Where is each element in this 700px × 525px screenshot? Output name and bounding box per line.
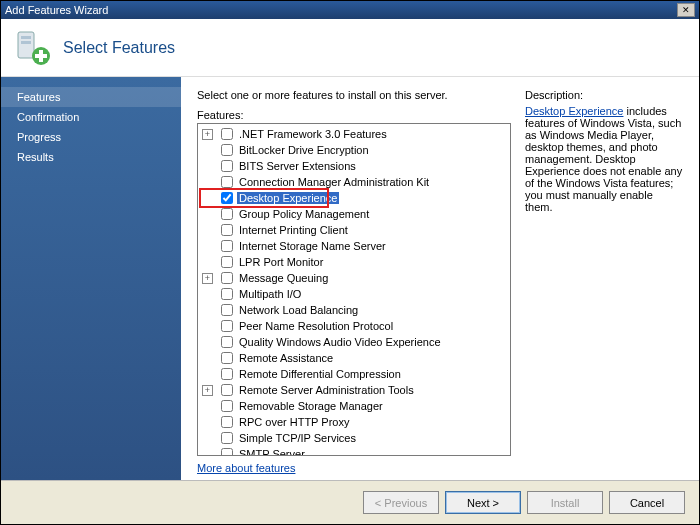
feature-row[interactable]: Desktop Experience [200, 190, 508, 206]
instruction-text: Select one or more features to install o… [197, 89, 511, 101]
feature-checkbox[interactable] [221, 384, 233, 396]
feature-label[interactable]: Network Load Balancing [237, 304, 360, 316]
feature-row[interactable]: Internet Storage Name Server [200, 238, 508, 254]
feature-row[interactable]: +.NET Framework 3.0 Features [200, 126, 508, 142]
feature-checkbox[interactable] [221, 256, 233, 268]
svg-rect-1 [21, 36, 31, 39]
features-label: Features: [197, 109, 511, 121]
feature-label[interactable]: Remote Server Administration Tools [237, 384, 416, 396]
more-about-features-link[interactable]: More about features [197, 462, 295, 474]
feature-row[interactable]: Group Policy Management [200, 206, 508, 222]
feature-checkbox[interactable] [221, 352, 233, 364]
feature-label[interactable]: Desktop Experience [237, 192, 339, 204]
feature-checkbox[interactable] [221, 400, 233, 412]
feature-label[interactable]: Connection Manager Administration Kit [237, 176, 431, 188]
expand-icon[interactable]: + [202, 273, 213, 284]
feature-row[interactable]: BITS Server Extensions [200, 158, 508, 174]
feature-row[interactable]: Peer Name Resolution Protocol [200, 318, 508, 334]
feature-label[interactable]: Removable Storage Manager [237, 400, 385, 412]
feature-label[interactable]: RPC over HTTP Proxy [237, 416, 351, 428]
feature-label[interactable]: Internet Printing Client [237, 224, 350, 236]
description-label: Description: [525, 89, 683, 101]
feature-row[interactable]: Connection Manager Administration Kit [200, 174, 508, 190]
description-text: Desktop Experience includes features of … [525, 105, 683, 213]
feature-label[interactable]: Multipath I/O [237, 288, 303, 300]
feature-row[interactable]: SMTP Server [200, 446, 508, 456]
feature-checkbox[interactable] [221, 320, 233, 332]
feature-row[interactable]: BitLocker Drive Encryption [200, 142, 508, 158]
feature-checkbox[interactable] [221, 416, 233, 428]
feature-label[interactable]: LPR Port Monitor [237, 256, 325, 268]
feature-row[interactable]: Network Load Balancing [200, 302, 508, 318]
feature-row[interactable]: +Message Queuing [200, 270, 508, 286]
feature-row[interactable]: Multipath I/O [200, 286, 508, 302]
titlebar: Add Features Wizard ✕ [1, 1, 699, 19]
feature-row[interactable]: Quality Windows Audio Video Experience [200, 334, 508, 350]
feature-row[interactable]: Removable Storage Manager [200, 398, 508, 414]
feature-checkbox[interactable] [221, 368, 233, 380]
feature-label[interactable]: Message Queuing [237, 272, 330, 284]
svg-rect-2 [21, 41, 31, 44]
next-button[interactable]: Next > [445, 491, 521, 514]
feature-checkbox[interactable] [221, 432, 233, 444]
description-body: includes features of Windows Vista, such… [525, 105, 682, 213]
feature-checkbox[interactable] [221, 448, 233, 456]
svg-rect-0 [18, 32, 34, 58]
feature-checkbox[interactable] [221, 224, 233, 236]
wizard-window: Add Features Wizard ✕ Select Features Fe… [0, 0, 700, 525]
feature-label[interactable]: .NET Framework 3.0 Features [237, 128, 389, 140]
feature-label[interactable]: Simple TCP/IP Services [237, 432, 358, 444]
window-title: Add Features Wizard [5, 4, 108, 16]
expand-icon[interactable]: + [202, 385, 213, 396]
feature-label[interactable]: Remote Assistance [237, 352, 335, 364]
feature-checkbox[interactable] [221, 128, 233, 140]
feature-checkbox[interactable] [221, 160, 233, 172]
feature-checkbox[interactable] [221, 272, 233, 284]
sidebar-item-confirmation[interactable]: Confirmation [1, 107, 181, 127]
feature-checkbox[interactable] [221, 288, 233, 300]
feature-row[interactable]: Remote Differential Compression [200, 366, 508, 382]
feature-checkbox[interactable] [221, 144, 233, 156]
svg-rect-5 [35, 54, 47, 58]
feature-checkbox[interactable] [221, 208, 233, 220]
feature-label[interactable]: SMTP Server [237, 448, 307, 456]
feature-row[interactable]: +Remote Server Administration Tools [200, 382, 508, 398]
sidebar: FeaturesConfirmationProgressResults [1, 77, 181, 480]
previous-button[interactable]: < Previous [363, 491, 439, 514]
footer: < Previous Next > Install Cancel [1, 480, 699, 524]
feature-row[interactable]: Internet Printing Client [200, 222, 508, 238]
feature-label[interactable]: Internet Storage Name Server [237, 240, 388, 252]
feature-label[interactable]: Peer Name Resolution Protocol [237, 320, 395, 332]
feature-label[interactable]: BitLocker Drive Encryption [237, 144, 371, 156]
feature-row[interactable]: RPC over HTTP Proxy [200, 414, 508, 430]
sidebar-item-features[interactable]: Features [1, 87, 181, 107]
feature-label[interactable]: BITS Server Extensions [237, 160, 358, 172]
feature-checkbox[interactable] [221, 304, 233, 316]
description-link[interactable]: Desktop Experience [525, 105, 623, 117]
header: Select Features [1, 19, 699, 77]
feature-row[interactable]: LPR Port Monitor [200, 254, 508, 270]
feature-label[interactable]: Quality Windows Audio Video Experience [237, 336, 443, 348]
install-button[interactable]: Install [527, 491, 603, 514]
page-title: Select Features [63, 39, 175, 57]
server-plus-icon [13, 28, 53, 68]
close-button[interactable]: ✕ [677, 3, 695, 17]
feature-checkbox[interactable] [221, 336, 233, 348]
expand-icon[interactable]: + [202, 129, 213, 140]
feature-row[interactable]: Simple TCP/IP Services [200, 430, 508, 446]
feature-label[interactable]: Group Policy Management [237, 208, 371, 220]
feature-checkbox[interactable] [221, 192, 233, 204]
feature-checkbox[interactable] [221, 240, 233, 252]
sidebar-item-results[interactable]: Results [1, 147, 181, 167]
sidebar-item-progress[interactable]: Progress [1, 127, 181, 147]
feature-checkbox[interactable] [221, 176, 233, 188]
features-tree[interactable]: +.NET Framework 3.0 FeaturesBitLocker Dr… [197, 123, 511, 456]
feature-label[interactable]: Remote Differential Compression [237, 368, 403, 380]
cancel-button[interactable]: Cancel [609, 491, 685, 514]
feature-row[interactable]: Remote Assistance [200, 350, 508, 366]
